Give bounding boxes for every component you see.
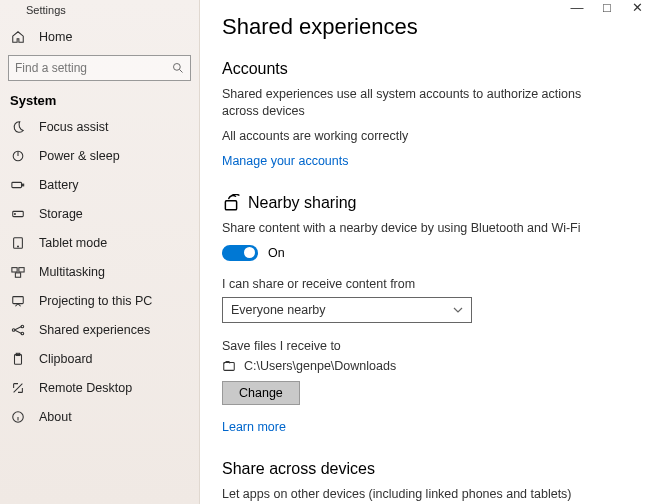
svg-rect-18: [225, 200, 236, 209]
nearby-sharing-icon: [222, 194, 240, 212]
sidebar-item-label: Clipboard: [39, 352, 93, 366]
svg-rect-9: [18, 267, 23, 271]
battery-icon: [10, 177, 25, 192]
nearby-toggle-label: On: [268, 246, 285, 260]
svg-rect-3: [22, 184, 23, 186]
sidebar-item-label: Shared experiences: [39, 323, 150, 337]
nearby-toggle[interactable]: [222, 245, 258, 261]
share-from-value: Everyone nearby: [231, 303, 326, 317]
search-input[interactable]: [9, 61, 190, 75]
accounts-heading: Accounts: [222, 60, 628, 78]
clipboard-icon: [10, 351, 25, 366]
nearby-desc: Share content with a nearby device by us…: [222, 220, 602, 237]
svg-point-13: [21, 325, 24, 328]
nearby-heading-text: Nearby sharing: [248, 194, 357, 212]
sidebar-item-label: Focus assist: [39, 120, 108, 134]
sidebar: Settings Home System Focus assist Power …: [0, 0, 200, 504]
across-heading: Share across devices: [222, 460, 628, 478]
across-desc: Let apps on other devices (including lin…: [222, 486, 602, 505]
page-title: Shared experiences: [222, 14, 628, 40]
share-from-select[interactable]: Everyone nearby: [222, 297, 472, 323]
close-button[interactable]: ✕: [630, 0, 644, 15]
accounts-desc: Shared experiences use all system accoun…: [222, 86, 602, 120]
power-icon: [10, 148, 25, 163]
sidebar-item-label: Storage: [39, 207, 83, 221]
change-button[interactable]: Change: [222, 381, 300, 405]
share-from-label: I can share or receive content from: [222, 277, 628, 291]
sidebar-item-label: Tablet mode: [39, 236, 107, 250]
sidebar-item-label: Battery: [39, 178, 79, 192]
svg-point-5: [14, 213, 15, 214]
sidebar-item-label: About: [39, 410, 72, 424]
shared-icon: [10, 322, 25, 337]
sidebar-heading: System: [0, 87, 199, 112]
titlebar-controls: — □ ✕: [570, 0, 644, 15]
tablet-icon: [10, 235, 25, 250]
sidebar-item-shared-experiences[interactable]: Shared experiences: [0, 315, 199, 344]
nav-home[interactable]: Home: [0, 22, 199, 51]
svg-rect-11: [12, 296, 23, 303]
moon-icon: [10, 119, 25, 134]
search-icon: [172, 62, 184, 74]
multitasking-icon: [10, 264, 25, 279]
save-to-label: Save files I receive to: [222, 339, 628, 353]
svg-rect-8: [11, 267, 16, 271]
svg-point-12: [12, 328, 15, 331]
nearby-heading: Nearby sharing: [222, 194, 628, 212]
search-box[interactable]: [8, 55, 191, 81]
sidebar-item-clipboard[interactable]: Clipboard: [0, 344, 199, 373]
sidebar-item-power-sleep[interactable]: Power & sleep: [0, 141, 199, 170]
learn-more-link[interactable]: Learn more: [222, 420, 286, 434]
svg-rect-10: [15, 272, 20, 276]
sidebar-item-label: Multitasking: [39, 265, 105, 279]
sidebar-item-label: Projecting to this PC: [39, 294, 152, 308]
sidebar-item-focus-assist[interactable]: Focus assist: [0, 112, 199, 141]
sidebar-item-about[interactable]: About: [0, 402, 199, 431]
chevron-down-icon: [453, 305, 463, 315]
sidebar-item-remote-desktop[interactable]: Remote Desktop: [0, 373, 199, 402]
app-title: Settings: [0, 2, 199, 22]
svg-rect-19: [224, 362, 235, 370]
sidebar-item-label: Power & sleep: [39, 149, 120, 163]
sidebar-item-tablet-mode[interactable]: Tablet mode: [0, 228, 199, 257]
main-content: — □ ✕ Shared experiences Accounts Shared…: [200, 0, 650, 504]
sidebar-item-storage[interactable]: Storage: [0, 199, 199, 228]
svg-rect-15: [14, 354, 21, 364]
maximize-button[interactable]: □: [600, 0, 614, 15]
svg-point-0: [174, 64, 181, 71]
save-to-path: C:\Users\genpe\Downloads: [244, 359, 396, 373]
sidebar-item-label: Remote Desktop: [39, 381, 132, 395]
remote-icon: [10, 380, 25, 395]
svg-rect-2: [11, 182, 21, 187]
svg-point-7: [17, 246, 18, 247]
home-icon: [10, 29, 25, 44]
nav-home-label: Home: [39, 30, 72, 44]
info-icon: [10, 409, 25, 424]
svg-point-14: [21, 332, 24, 335]
storage-icon: [10, 206, 25, 221]
manage-accounts-link[interactable]: Manage your accounts: [222, 154, 348, 168]
accounts-status: All accounts are working correctly: [222, 128, 602, 145]
sidebar-item-projecting[interactable]: Projecting to this PC: [0, 286, 199, 315]
minimize-button[interactable]: —: [570, 0, 584, 15]
sidebar-item-battery[interactable]: Battery: [0, 170, 199, 199]
projecting-icon: [10, 293, 25, 308]
sidebar-item-multitasking[interactable]: Multitasking: [0, 257, 199, 286]
folder-icon: [222, 359, 236, 373]
